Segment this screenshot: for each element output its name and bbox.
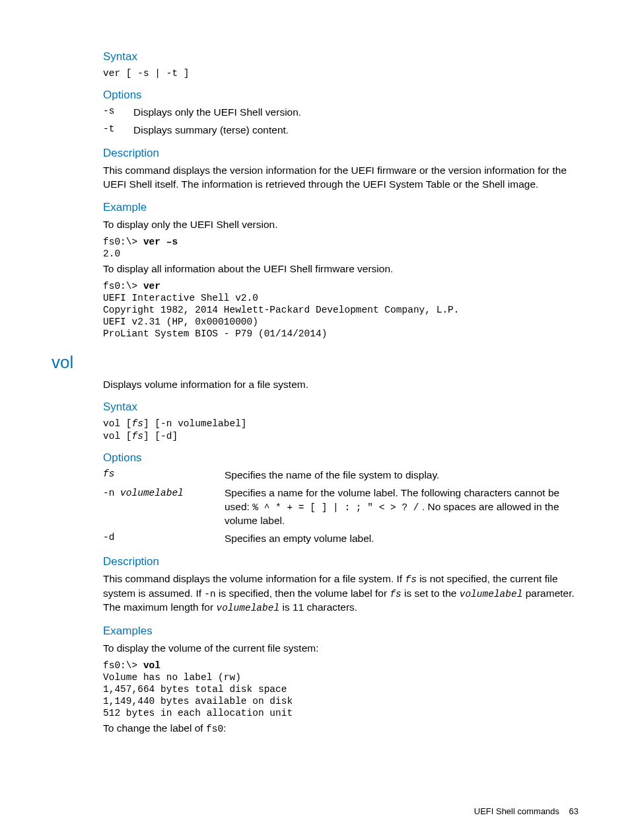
ver-command-section: Syntax ver [ -s | -t ] Options -s Displa… [103,50,578,340]
option-row: -s Displays only the UEFI Shell version. [103,106,578,120]
vol-command-section: Displays volume information for a file s… [103,378,578,736]
option-value: Displays only the UEFI Shell version. [133,106,578,120]
vol-intro: Displays volume information for a file s… [103,378,578,392]
ver-example2-code: fs0:\> ver UEFI Interactive Shell v2.0 C… [103,280,578,340]
syntax-heading: Syntax [103,50,578,63]
option-row: -t Displays summary (terse) content. [103,124,578,137]
option-value: Specifies a name for the volume label. T… [225,486,578,528]
vol-example1-code: fs0:\> vol Volume has no label (rw) 1,45… [103,660,578,720]
ver-example2-intro: To display all information about the UEF… [103,262,578,276]
vol-example2-intro: To change the label of fs0: [103,722,578,736]
option-row: fs Specifies the name of the file system… [103,469,578,482]
option-row: -n volumelabel Specifies a name for the … [103,486,578,528]
vol-description: This command displays the volume informa… [103,572,578,615]
page-footer: UEFI Shell commands 63 [474,806,578,816]
examples-heading: Examples [103,625,578,638]
options-heading: Options [103,451,578,465]
vol-example1-intro: To display the volume of the current fil… [103,642,578,656]
option-value: Specifies an empty volume label. [225,532,578,546]
vol-syntax-code: vol [fs] [-n volumelabel] vol [fs] [-d] [103,418,578,441]
example-heading: Example [103,201,578,214]
ver-syntax-code: ver [ -s | -t ] [103,67,578,79]
syntax-heading: Syntax [103,401,578,414]
vol-title: vol [52,352,578,373]
option-key: -t [103,124,133,134]
option-key: -d [103,532,225,543]
ver-description: This command displays the version inform… [103,164,578,192]
option-row: -d Specifies an empty volume label. [103,532,578,546]
footer-text: UEFI Shell commands [474,806,559,816]
description-heading: Description [103,555,578,568]
option-key: fs [103,469,225,479]
options-heading: Options [103,89,578,102]
ver-example1-code: fs0:\> ver –s 2.0 [103,236,578,260]
ver-example1-intro: To display only the UEFI Shell version. [103,218,578,232]
option-value: Displays summary (terse) content. [133,124,578,137]
description-heading: Description [103,147,578,160]
option-value: Specifies the name of the file system to… [225,469,578,482]
option-key: -s [103,106,133,116]
option-key: -n volumelabel [103,486,225,498]
page-number: 63 [569,806,578,816]
